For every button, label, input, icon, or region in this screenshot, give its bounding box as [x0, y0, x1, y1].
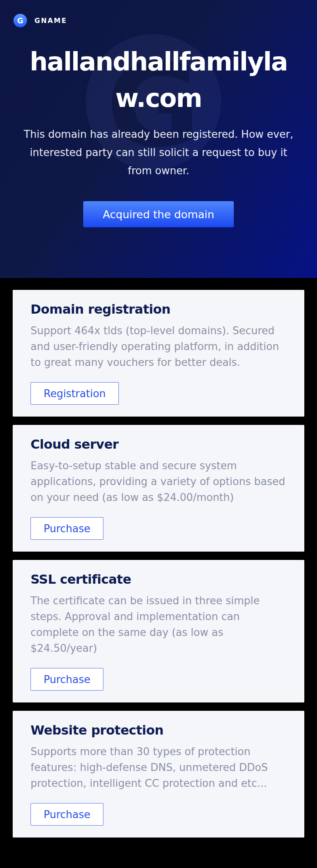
- card-website-protection: Website protection Supports more than 30…: [13, 711, 304, 838]
- hero-section: G G GNAME hallandhallfamilylaw.com This …: [0, 0, 317, 278]
- card-cloud-server: Cloud server Easy-to-setup stable and se…: [13, 425, 304, 552]
- card-description: Support 464x tlds (top-level domains). S…: [31, 323, 286, 370]
- logo-g-glyph: G: [17, 17, 23, 25]
- card-title: SSL certificate: [31, 571, 286, 588]
- card-title: Domain registration: [31, 301, 286, 318]
- acquire-domain-button[interactable]: Acquired the domain: [83, 201, 234, 227]
- purchase-website-protection-button[interactable]: Purchase: [31, 803, 103, 826]
- registration-button[interactable]: Registration: [31, 382, 119, 405]
- card-description: Supports more than 30 types of protectio…: [31, 744, 286, 791]
- brand-logo: G GNAME: [13, 14, 304, 27]
- card-domain-registration: Domain registration Support 464x tlds (t…: [13, 290, 304, 417]
- domain-title: hallandhallfamilylaw.com: [15, 44, 302, 116]
- card-description: The certificate can be issued in three s…: [31, 593, 286, 656]
- card-title: Website protection: [31, 722, 286, 739]
- card-ssl-certificate: SSL certificate The certificate can be i…: [13, 560, 304, 702]
- services-section: Domain registration Support 464x tlds (t…: [0, 278, 317, 868]
- purchase-ssl-certificate-button[interactable]: Purchase: [31, 668, 103, 691]
- card-description: Easy-to-setup stable and secure system a…: [31, 458, 286, 505]
- purchase-cloud-server-button[interactable]: Purchase: [31, 517, 103, 540]
- gname-logo-icon: G: [13, 14, 27, 27]
- card-title: Cloud server: [31, 436, 286, 453]
- brand-name: GNAME: [34, 17, 67, 25]
- hero-description: This domain has already been registered.…: [19, 125, 298, 180]
